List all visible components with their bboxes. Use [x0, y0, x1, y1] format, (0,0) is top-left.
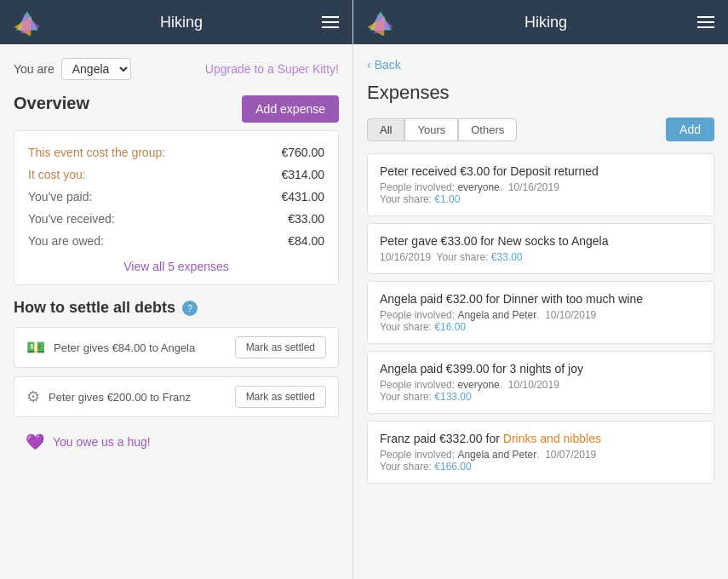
help-icon[interactable]: ? [182, 301, 198, 316]
filter-tabs: All Yours Others [367, 118, 517, 141]
right-panel: Hiking ‹ Back Expenses All Yours Others … [353, 0, 728, 579]
overview-label-2: You've paid: [28, 190, 92, 204]
mark-settled-button-0[interactable]: Mark as settled [235, 336, 326, 358]
expense-share-3: €133.00 [434, 391, 471, 403]
expense-meta-3: People involved: everyone. 10/10/2019 Yo… [380, 379, 702, 403]
tab-yours[interactable]: Yours [404, 118, 458, 141]
overview-label-0: This event cost the group: [28, 146, 165, 159]
expense-title-3: Angela paid €399.00 for 3 nights of joy [380, 362, 702, 375]
expense-meta-4: People involved: Angela and Peter. 10/07… [380, 449, 702, 473]
expense-date-1: 10/16/2019 [380, 251, 431, 263]
filter-row: All Yours Others Add [367, 118, 714, 141]
hug-item: 💜 You owe us a hug! [14, 426, 339, 458]
left-panel: Hiking You are Angela Upgrade to a Super… [0, 0, 353, 579]
expense-share-label-3: Your share: [380, 391, 432, 403]
expense-date-0: 10/16/2019 [508, 181, 559, 193]
overview-label-1: It cost you: [28, 168, 86, 181]
left-header-title: Hiking [160, 14, 203, 32]
debt-item-1: ⚙ Peter gives €200.00 to Franz Mark as s… [14, 376, 339, 417]
settle-title: How to settle all debts [14, 299, 175, 317]
app-logo [14, 9, 41, 36]
expense-share-4: €166.00 [434, 461, 471, 473]
overview-amount-2: €431.00 [281, 190, 324, 204]
overview-row-1: It cost you: €314.00 [28, 163, 324, 186]
hug-icon: 💜 [26, 433, 44, 451]
overview-amount-0: €760.00 [281, 146, 324, 159]
add-expense-button[interactable]: Add expense [242, 95, 339, 123]
expense-card-4: Franz paid €332.00 for Drinks and nibble… [367, 421, 714, 484]
expenses-title: Expenses [367, 82, 714, 104]
debt-text-0: Peter gives €84.00 to Angela [54, 341, 195, 354]
tab-others[interactable]: Others [458, 118, 517, 141]
expense-date-2: 10/10/2019 [545, 309, 596, 321]
debt-icon-1: ⚙ [26, 387, 40, 406]
debt-item-0: 💵 Peter gives €84.00 to Angela Mark as s… [14, 327, 339, 368]
overview-amount-1: €314.00 [281, 168, 324, 181]
right-body: ‹ Back Expenses All Yours Others Add Pet… [353, 44, 728, 579]
expense-date-4: 10/07/2019 [545, 449, 596, 461]
overview-title: Overview [14, 94, 89, 113]
expense-share-label-4: Your share: [380, 461, 432, 473]
overview-row-3: You've received: €33.00 [28, 208, 324, 230]
back-link[interactable]: ‹ Back [367, 58, 714, 72]
settle-header: How to settle all debts ? [14, 299, 339, 317]
expense-title-2: Angela paid €32.00 for Dinner with too m… [380, 292, 702, 306]
overview-header: Overview Add expense [14, 94, 339, 123]
back-chevron-icon: ‹ [367, 58, 371, 72]
expense-people-0: everyone [457, 181, 499, 193]
add-button[interactable]: Add [666, 118, 714, 141]
expense-people-3: everyone [457, 379, 499, 391]
expense-title-1: Peter gave €33.00 for New socks to Angel… [380, 234, 702, 248]
right-header: Hiking [353, 0, 728, 44]
overview-row-4: You are owed: €84.00 [28, 230, 324, 252]
expense-card-0: Peter received €3.00 for Deposit returne… [367, 153, 714, 216]
overview-row-2: You've paid: €431.00 [28, 186, 324, 208]
upgrade-link[interactable]: Upgrade to a Super Kitty! [205, 62, 339, 76]
expense-share-1: €33.00 [491, 251, 523, 263]
view-all-link-container: View all 5 expenses [28, 252, 324, 274]
right-header-title: Hiking [525, 14, 567, 32]
expense-card-2: Angela paid €32.00 for Dinner with too m… [367, 281, 714, 344]
overview-card: This event cost the group: €760.00 It co… [14, 130, 339, 285]
mark-settled-button-1[interactable]: Mark as settled [235, 386, 326, 408]
expense-title-4: Franz paid €332.00 for Drinks and nibble… [380, 432, 702, 445]
you-are-row: You are Angela Upgrade to a Super Kitty! [14, 58, 339, 80]
expense-meta-1: 10/16/2019 Your share: €33.00 [380, 251, 702, 263]
expense-card-3: Angela paid €399.00 for 3 nights of joy … [367, 351, 714, 414]
debt-text-1: Peter gives €200.00 to Franz [49, 391, 191, 404]
debt-icon-0: 💵 [26, 338, 45, 357]
overview-amount-3: €33.00 [288, 212, 324, 226]
expense-people-2: Angela and Peter [457, 309, 536, 321]
expense-meta-2: People involved: Angela and Peter. 10/10… [380, 309, 702, 333]
tab-all[interactable]: All [367, 118, 404, 141]
overview-row-0: This event cost the group: €760.00 [28, 141, 324, 163]
expense-date-3: 10/10/2019 [508, 379, 559, 391]
expense-meta-0: People involved: everyone. 10/16/2019 Yo… [380, 181, 702, 205]
expense-people-4: Angela and Peter [457, 449, 536, 461]
right-app-logo [367, 9, 394, 36]
back-label: Back [375, 58, 401, 72]
overview-label-3: You've received: [28, 212, 115, 226]
right-menu-button[interactable] [697, 16, 714, 28]
overview-label-4: You are owed: [28, 234, 104, 248]
expense-share-0: €1.00 [434, 193, 460, 205]
expense-share-label-0: Your share: [380, 193, 432, 205]
user-select[interactable]: Angela [61, 58, 131, 80]
expense-share-label-2: Your share: [380, 321, 432, 333]
left-menu-button[interactable] [322, 16, 339, 28]
view-all-link[interactable]: View all 5 expenses [123, 260, 228, 273]
expense-share-2: €16.00 [434, 321, 466, 333]
expense-title-highlight-4: Drinks and nibbles [503, 432, 601, 445]
left-header: Hiking [0, 0, 353, 44]
expense-share-label-1: Your share: [437, 251, 489, 263]
hug-text: You owe us a hug! [53, 435, 151, 449]
expense-card-1: Peter gave €33.00 for New socks to Angel… [367, 223, 714, 274]
expense-title-0: Peter received €3.00 for Deposit returne… [380, 164, 702, 178]
you-are-label: You are [14, 62, 54, 76]
overview-amount-4: €84.00 [288, 234, 324, 248]
